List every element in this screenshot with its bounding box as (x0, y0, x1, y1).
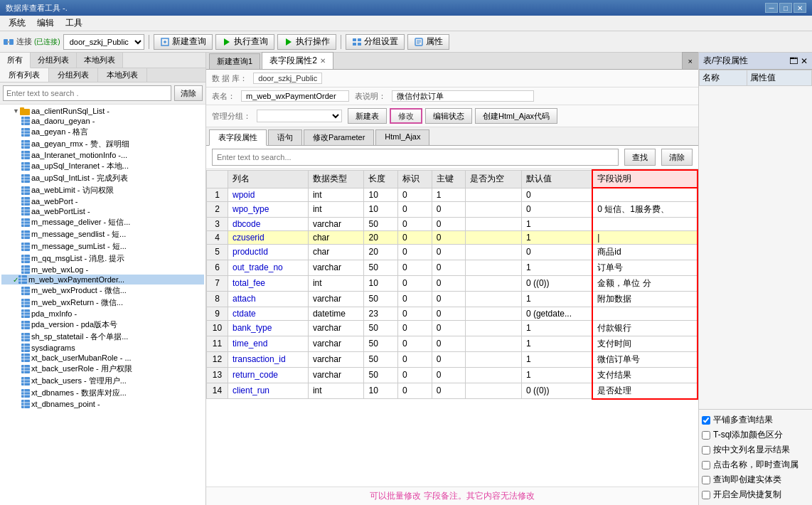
table-row[interactable]: 6 out_trade_no varchar 50 0 0 1 订单号 (207, 260, 698, 275)
table-name-input[interactable] (241, 90, 349, 102)
menu-system[interactable]: 系统 (3, 16, 31, 31)
props-pin-icon[interactable]: 🗔 (789, 56, 798, 66)
checkbox-create-entity-input[interactable] (702, 476, 710, 484)
row-desc[interactable]: | (592, 230, 698, 244)
new-table-button[interactable]: 新建表 (348, 108, 387, 124)
left-tab-group[interactable]: 分组列表 (31, 53, 77, 68)
left-tab-local[interactable]: 本地列表 (77, 53, 123, 68)
row-desc[interactable]: 0 短信、1服务费、 (592, 201, 698, 217)
table-row[interactable]: 12 transaction_id varchar 50 0 0 1 微信订单号 (207, 351, 698, 367)
tree-item[interactable]: aa_upSql_IntList - 完成列表 (1, 172, 204, 184)
table-row[interactable]: 9 ctdate datetime 23 0 0 0 (getdate... (207, 307, 698, 320)
tree-item[interactable]: xt_back_userRole - 用户权限 (1, 363, 204, 375)
tree-item[interactable]: pda_version - pda版本号 (1, 319, 204, 331)
close-window-button[interactable]: ✕ (794, 3, 806, 13)
close-all-tabs[interactable]: × (682, 52, 698, 69)
menu-edit[interactable]: 编辑 (31, 16, 60, 31)
maximize-button[interactable]: □ (779, 3, 792, 13)
row-desc[interactable] (592, 188, 698, 201)
tree-item[interactable]: xt_dbnames_point - (1, 399, 204, 409)
run-query-button[interactable]: 执行查询 (215, 34, 274, 50)
row-desc[interactable]: 商品id (592, 244, 698, 260)
tree-item[interactable]: sysdiagrams (1, 343, 204, 353)
table-row[interactable]: 14 client_run int 10 0 0 0 ((0)) 是否处理 (207, 383, 698, 399)
group-setting-button[interactable]: 分组设置 (346, 34, 405, 50)
run-action-button[interactable]: 执行操作 (277, 34, 336, 50)
tree-item[interactable]: xt_dbnames - 数据库对应... (1, 387, 204, 399)
checkbox-tsql-color-input[interactable] (702, 431, 710, 440)
table-row[interactable]: 13 return_code varchar 50 0 0 1 支付结果 (207, 367, 698, 383)
left-subtab-local[interactable]: 本地列表 (98, 68, 147, 82)
row-desc[interactable]: 支付结果 (592, 367, 698, 383)
table-row[interactable]: 7 total_fee int 10 0 0 0 ((0)) 金额，单位 分 (207, 275, 698, 291)
row-desc[interactable]: 订单号 (592, 260, 698, 275)
menu-tools[interactable]: 工具 (60, 16, 88, 31)
row-desc[interactable]: 微信订单号 (592, 351, 698, 367)
sub-tab-sql[interactable]: 语句 (268, 129, 302, 145)
table-row[interactable]: 2 wpo_type int 10 0 0 0 0 短信、1服务费、 (207, 201, 698, 217)
checkbox-quick-copy-input[interactable] (702, 491, 710, 499)
desc-input[interactable] (392, 90, 534, 102)
tree-item[interactable]: aa_geyan - 格言 (1, 126, 204, 138)
tree-item[interactable]: ▼aa_clientRunSql_List - (1, 106, 204, 116)
tree-item[interactable]: aa_upSql_Interanet - 本地... (1, 160, 204, 172)
left-subtab-group[interactable]: 分组列表 (49, 68, 98, 82)
left-search-input[interactable] (3, 85, 171, 101)
sub-tab-param[interactable]: 修改Parameter (304, 129, 374, 145)
table-row[interactable]: 4 czuserid char 20 0 0 1 | (207, 230, 698, 244)
tree-item[interactable]: m_web_wxLog - (1, 265, 204, 275)
db-select[interactable]: door_szkj_Public (63, 34, 144, 50)
props-close-icon[interactable]: ✕ (801, 56, 808, 66)
tree-item[interactable]: ✓m_web_wxPaymentOrder... (1, 275, 204, 285)
mgmt-select[interactable] (257, 110, 342, 122)
tab-field-props[interactable]: 表字段属性2 ✕ (262, 52, 333, 69)
checkbox-chinese-col-input[interactable] (702, 446, 710, 455)
expand-icon[interactable]: ▼ (13, 107, 19, 115)
table-row[interactable]: 3 dbcode varchar 50 0 0 1 (207, 217, 698, 230)
left-clear-button[interactable]: 清除 (174, 85, 203, 101)
tree-item[interactable]: aa_webLimit - 访问权限 (1, 184, 204, 196)
sub-tab-fields[interactable]: 表字段属性 (209, 129, 267, 146)
table-clear-button[interactable]: 清除 (661, 149, 693, 166)
checkbox-click-query-input[interactable] (702, 461, 710, 469)
tree-item[interactable]: aa_webPort - (1, 196, 204, 206)
create-html-button[interactable]: 创建Html_Ajax代码 (475, 108, 557, 124)
modify-button[interactable]: 修改 (390, 108, 422, 124)
tree-item[interactable]: xt_back_users - 管理用户... (1, 375, 204, 387)
sub-tab-html[interactable]: Html_Ajax (375, 129, 429, 145)
row-desc[interactable] (592, 217, 698, 230)
tree-item[interactable]: sh_sp_statetail - 各个单据... (1, 331, 204, 343)
tree-item[interactable]: pda_mxInfo - (1, 309, 204, 319)
tree-item[interactable]: m_qq_msgList - 消息. 提示 (1, 253, 204, 265)
tree-item[interactable]: xt_back_userMubanRole - ... (1, 353, 204, 363)
left-tab-all[interactable]: 所有 (0, 53, 31, 68)
tree-item[interactable]: aa_Interanet_motionInfo -... (1, 150, 204, 160)
row-desc[interactable]: 金额，单位 分 (592, 275, 698, 291)
table-search-input[interactable] (212, 149, 619, 166)
row-desc[interactable]: 支付时间 (592, 336, 698, 351)
tree-item[interactable]: m_web_wxReturn - 微信... (1, 297, 204, 309)
row-desc[interactable]: 附加数据 (592, 291, 698, 307)
left-subtab-all[interactable]: 所有列表 (0, 68, 49, 82)
tree-item[interactable]: aa_geyan_rmx - 赞、踩明细 (1, 138, 204, 150)
new-query-button[interactable]: 新建查询 (154, 34, 213, 50)
table-search-button[interactable]: 查找 (624, 149, 656, 166)
table-row[interactable]: 11 time_end varchar 50 0 0 1 支付时间 (207, 336, 698, 351)
table-row[interactable]: 10 bank_type varchar 50 0 0 1 付款银行 (207, 320, 698, 336)
tree-item[interactable]: aa_webPortList - (1, 206, 204, 216)
row-desc[interactable]: 是否处理 (592, 383, 698, 399)
table-row[interactable]: 5 productId char 20 0 0 0 商品id (207, 244, 698, 260)
tab-close-icon[interactable]: ✕ (320, 57, 326, 65)
minimize-button[interactable]: ─ (765, 3, 778, 13)
tree-item[interactable]: aa_daoru_geyan - (1, 116, 204, 126)
edit-status-button[interactable]: 编辑状态 (425, 108, 472, 124)
tree-item[interactable]: m_web_wxProduct - 微信... (1, 285, 204, 297)
tree-item[interactable]: m_message_sumList - 短... (1, 240, 204, 253)
table-row[interactable]: 8 attach varchar 50 0 0 1 附加数据 (207, 291, 698, 307)
tree-item[interactable]: m_message_deliver - 短信... (1, 216, 204, 228)
tab-new-query[interactable]: 新建查询1 (209, 53, 260, 69)
table-row[interactable]: 1 wpoid int 10 0 1 0 (207, 188, 698, 201)
prop-button[interactable]: 属性 (407, 34, 449, 50)
row-desc[interactable]: 付款银行 (592, 320, 698, 336)
checkbox-flat-results-input[interactable] (702, 416, 710, 425)
